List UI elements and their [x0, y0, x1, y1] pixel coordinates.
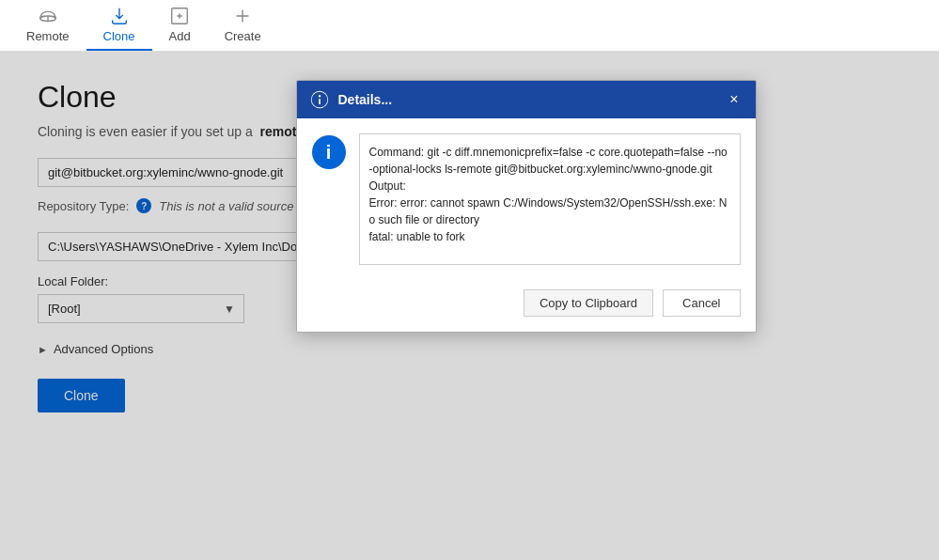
create-icon — [232, 6, 253, 26]
cancel-button[interactable]: Cancel — [663, 289, 740, 317]
toolbar-remote-label: Remote — [26, 29, 70, 43]
copy-to-clipboard-button[interactable]: Copy to Clipboard — [524, 289, 653, 317]
modal-overlay: Details... × i Command: git -c diff.mnem… — [0, 52, 939, 560]
toolbar-clone[interactable]: Clone — [86, 0, 152, 51]
modal-message-text: Command: git -c diff.mnemonicprefix=fals… — [359, 133, 741, 265]
toolbar-add[interactable]: Add — [152, 0, 208, 51]
toolbar-clone-label: Clone — [103, 29, 135, 43]
main-content: Clone Cloning is even easier if you set … — [0, 52, 939, 560]
toolbar-create-label: Create — [225, 29, 261, 43]
toolbar-create[interactable]: Create — [208, 0, 278, 51]
details-modal: Details... × i Command: git -c diff.mnem… — [296, 80, 757, 333]
modal-app-icon — [310, 90, 329, 109]
remote-icon — [38, 6, 58, 26]
modal-footer: Copy to Clipboard Cancel — [297, 280, 756, 332]
toolbar-remote[interactable]: Remote — [9, 0, 86, 51]
clone-icon — [109, 6, 130, 26]
info-icon: i — [312, 135, 346, 169]
modal-title: Details... — [338, 92, 393, 107]
modal-close-button[interactable]: × — [726, 92, 742, 107]
modal-body: i Command: git -c diff.mnemonicprefix=fa… — [297, 118, 756, 280]
add-icon — [169, 6, 190, 26]
modal-header-left: Details... — [310, 90, 393, 109]
info-icon-label: i — [326, 142, 332, 163]
toolbar-add-label: Add — [169, 29, 191, 43]
modal-header: Details... × — [297, 81, 756, 118]
toolbar: Remote Clone Add Create — [0, 0, 939, 52]
